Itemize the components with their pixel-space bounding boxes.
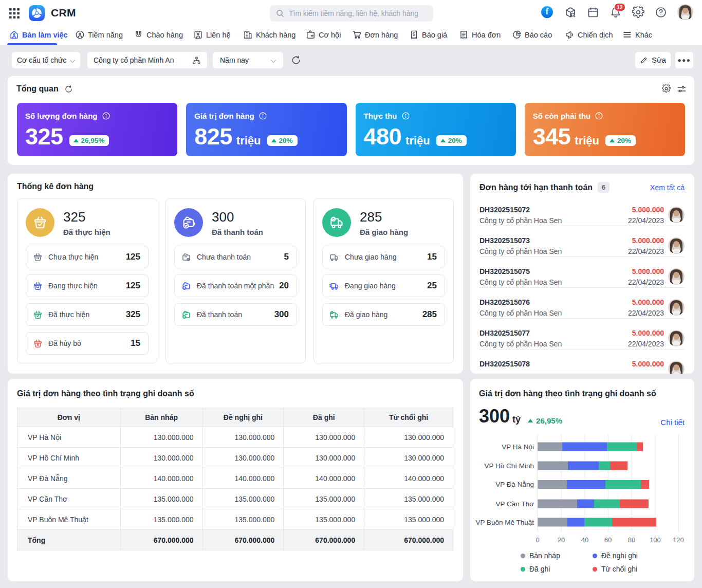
svg-text:100: 100 [650,536,661,544]
svg-text:VP Hà Nội: VP Hà Nội [502,443,534,451]
svg-text:20: 20 [558,536,565,544]
svg-text:60: 60 [604,536,612,544]
svg-text:120: 120 [673,536,684,544]
svg-text:0: 0 [535,536,539,544]
svg-text:VP Đà Nẵng: VP Đà Nẵng [495,481,534,488]
svg-text:40: 40 [581,536,588,544]
svg-text:VP Cần Thơ: VP Cần Thơ [496,500,534,508]
svg-text:VP Buôn Mê Thuật: VP Buôn Mê Thuật [475,519,534,526]
svg-text:VP Hồ Chí Minh: VP Hồ Chí Minh [484,462,534,470]
svg-text:80: 80 [628,536,635,544]
